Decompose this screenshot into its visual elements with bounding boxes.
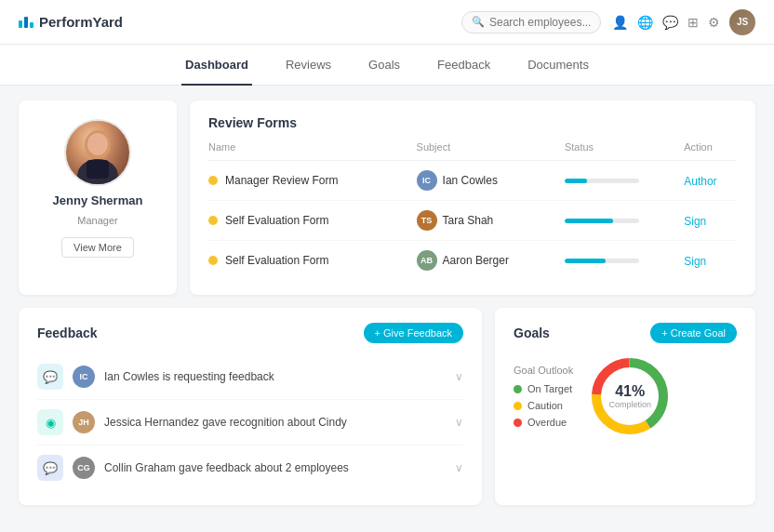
caution-label: Caution (527, 400, 563, 411)
review-forms-card: Review Forms Name Subject Status Action … (190, 100, 755, 295)
nav-item-dashboard[interactable]: Dashboard (181, 45, 252, 86)
subject-avatar: IC (417, 170, 437, 191)
chevron-down-icon[interactable]: ∨ (455, 370, 463, 383)
chevron-down-icon[interactable]: ∨ (455, 416, 463, 429)
feedback-user-avatar: CG (73, 457, 95, 479)
nav-item-feedback[interactable]: Feedback (434, 45, 494, 86)
user-avatar[interactable]: JS (729, 9, 755, 35)
form-name-cell: Self Evaluation Form (208, 254, 417, 267)
feedback-icon: ◉ (37, 409, 63, 435)
top-row: Jenny Sherman Manager View More Review F… (19, 100, 755, 295)
profile-avatar (64, 119, 131, 186)
form-name-text: Self Evaluation Form (225, 214, 328, 227)
progress-bar-fill (565, 259, 606, 263)
view-more-button[interactable]: View More (61, 237, 134, 258)
main-nav: Dashboard Reviews Goals Feedback Documen… (0, 45, 774, 86)
completion-label: Completion (608, 400, 651, 409)
on-target-label: On Target (527, 383, 572, 394)
completion-percentage: 41% (608, 383, 651, 400)
feedback-item[interactable]: 💬 CG Collin Graham gave feedback about 2… (37, 446, 463, 490)
logo-icon (19, 17, 33, 28)
settings-icon[interactable]: ⚙ (708, 15, 720, 30)
donut-chart: 41% Completion (588, 354, 672, 438)
caution-dot (514, 402, 522, 410)
subject-name: Ian Cowles (443, 174, 498, 187)
profile-role: Manager (77, 215, 117, 226)
subject-cell: AB Aaron Berger (417, 250, 565, 271)
action-link[interactable]: Author (684, 175, 716, 188)
subject-cell: TS Tara Shah (417, 210, 565, 231)
bottom-row: Feedback + Give Feedback 💬 IC Ian Cowles… (19, 308, 755, 505)
col-name: Name (208, 141, 417, 161)
subject-name: Tara Shah (443, 214, 494, 227)
review-forms-title: Review Forms (208, 115, 737, 130)
col-action: Action (684, 141, 737, 161)
profile-card: Jenny Sherman Manager View More (19, 100, 177, 295)
subject-avatar: AB (417, 250, 437, 271)
feedback-card: Feedback + Give Feedback 💬 IC Ian Cowles… (19, 308, 482, 505)
feedback-title: Feedback (37, 326, 98, 340)
avatar-silhouette (73, 125, 124, 185)
create-goal-button[interactable]: + Create Goal (650, 323, 737, 343)
status-dot (208, 176, 218, 185)
overdue-label: Overdue (527, 417, 567, 428)
goals-title: Goals (514, 326, 550, 340)
nav-item-reviews[interactable]: Reviews (282, 45, 335, 86)
logo-bar-3 (30, 22, 33, 28)
feedback-header: Feedback + Give Feedback (37, 323, 463, 343)
goals-header: Goals + Create Goal (514, 323, 737, 343)
logo-text: PerformYard (39, 14, 123, 30)
legend-caution: Caution (514, 400, 573, 411)
form-name-text: Self Evaluation Form (225, 254, 328, 267)
action-link[interactable]: Sign (684, 255, 706, 268)
legend-overdue: Overdue (514, 417, 573, 428)
subject-name: Aaron Berger (443, 254, 509, 267)
form-name-cell: Manager Review Form (208, 174, 417, 187)
subject-cell: IC Ian Cowles (417, 170, 565, 191)
give-feedback-button[interactable]: + Give Feedback (364, 323, 463, 343)
feedback-text: Jessica Hernandez gave recognition about… (104, 416, 446, 429)
nav-item-documents[interactable]: Documents (524, 45, 593, 86)
person-icon[interactable]: 👤 (612, 15, 628, 30)
profile-name: Jenny Sherman (53, 193, 143, 207)
logo-bar-2 (24, 17, 28, 28)
grid-icon[interactable]: ⊞ (687, 15, 699, 30)
feedback-list: 💬 IC Ian Cowles is requesting feedback ∨… (37, 354, 463, 490)
on-target-dot (514, 385, 522, 393)
goal-legend-section: Goal Outlook On Target Caution Overdu (514, 365, 573, 428)
action-link[interactable]: Sign (684, 215, 706, 228)
progress-bar-wrap (565, 179, 639, 183)
feedback-item[interactable]: 💬 IC Ian Cowles is requesting feedback ∨ (37, 354, 463, 400)
search-input[interactable] (489, 16, 591, 29)
main-content: Jenny Sherman Manager View More Review F… (0, 86, 774, 520)
progress-bar-wrap (565, 259, 639, 263)
nav-item-goals[interactable]: Goals (365, 45, 404, 86)
form-name-cell: Self Evaluation Form (208, 214, 417, 227)
progress-bar-fill (565, 179, 587, 183)
table-row: Manager Review Form IC Ian Cowles Author (208, 161, 737, 201)
header-icons: 👤 🌐 💬 ⊞ ⚙ JS (612, 9, 755, 35)
svg-rect-3 (87, 160, 109, 179)
col-subject: Subject (417, 141, 565, 161)
goal-legend: On Target Caution Overdue (514, 383, 573, 428)
message-icon[interactable]: 💬 (662, 15, 678, 30)
progress-bar-fill (565, 219, 613, 223)
globe-icon[interactable]: 🌐 (637, 15, 653, 30)
feedback-user-avatar: IC (73, 366, 95, 388)
svg-point-1 (87, 133, 108, 155)
chevron-down-icon[interactable]: ∨ (455, 461, 463, 474)
feedback-text: Ian Cowles is requesting feedback (104, 370, 446, 383)
review-forms-table: Name Subject Status Action Manager Revie… (208, 141, 737, 280)
table-row: Self Evaluation Form TS Tara Shah Sign (208, 201, 737, 241)
profile-avatar-image (66, 120, 129, 185)
status-dot (208, 256, 218, 265)
feedback-item[interactable]: ◉ JH Jessica Hernandez gave recognition … (37, 400, 463, 446)
feedback-user-avatar: JH (73, 411, 95, 433)
feedback-icon: 💬 (37, 455, 63, 481)
search-icon: 🔍 (472, 16, 485, 28)
goal-outlook-label: Goal Outlook (514, 365, 573, 376)
logo[interactable]: PerformYard (19, 14, 123, 30)
col-status: Status (565, 141, 684, 161)
search-box[interactable]: 🔍 (461, 11, 601, 33)
subject-avatar: TS (417, 210, 437, 231)
